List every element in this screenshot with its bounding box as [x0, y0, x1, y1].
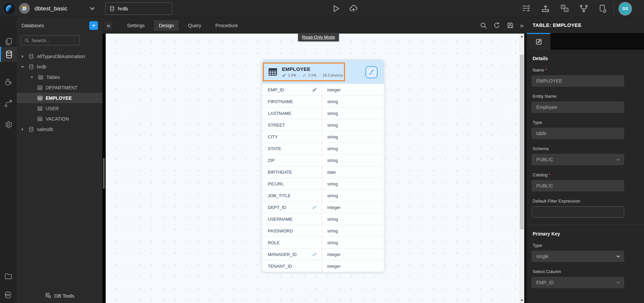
sidebar-scrollbar-thumb[interactable] [103, 158, 105, 189]
caret-right-icon[interactable] [19, 126, 26, 132]
column-row-lastname[interactable]: LASTNAMEstring [262, 107, 384, 119]
db-tools-button[interactable]: DB Tools [17, 291, 102, 301]
svg-text:A: A [562, 5, 564, 8]
caret-down-icon[interactable] [19, 64, 26, 70]
search-icon[interactable] [480, 21, 487, 29]
save-icon[interactable] [506, 21, 514, 29]
sidebar-search[interactable] [21, 35, 80, 45]
column-row-state[interactable]: STATEstring [262, 142, 384, 154]
column-name: TENANT_ID [262, 260, 322, 272]
table-card-titles: EMPLOYEE 1 PK · 2 FK · 16 Columns [282, 66, 343, 78]
design-canvas[interactable]: Read-Only Mode EMPLOYEE 1 PK · [106, 34, 519, 303]
field-catalog: Catalog*PUBLIC [532, 172, 644, 191]
caret-down-icon[interactable] [29, 74, 35, 80]
column-row-emp_id[interactable]: EMP_IDinteger [262, 84, 384, 95]
project-avatar-icon[interactable] [19, 3, 30, 14]
employee-table-card[interactable]: EMPLOYEE 1 PK · 2 FK · 16 Columns [262, 59, 384, 272]
add-relationship-button[interactable] [365, 66, 378, 78]
column-row-picurl[interactable]: PICURLstring [262, 178, 384, 189]
columns-summary: 16 Columns [323, 73, 343, 77]
field-input[interactable]: PUBLIC [532, 180, 624, 191]
project-name[interactable]: dbtest_basic [35, 0, 67, 17]
column-row-manager_id[interactable]: MANAGER_IDinteger [262, 248, 384, 260]
scroll-up-arrow[interactable] [519, 34, 524, 39]
column-name: PICURL [262, 178, 322, 189]
expand-panel-icon[interactable]: » [520, 22, 524, 29]
column-row-zip[interactable]: ZIPstring [262, 154, 384, 166]
scroll-down-arrow[interactable] [519, 298, 524, 303]
rail-item-databases[interactable] [0, 47, 17, 62]
rail-item-logs[interactable]: LOG [0, 287, 17, 302]
caret-right-icon[interactable] [19, 53, 26, 59]
field-select[interactable]: single [532, 251, 624, 262]
add-database-button[interactable]: + [89, 21, 98, 30]
column-row-dept_id[interactable]: DEPT_IDinteger [262, 201, 384, 213]
collapse-sidebar-icon[interactable]: « [105, 21, 112, 30]
column-row-role[interactable]: ROLEstring [262, 236, 384, 248]
tab-query[interactable]: Query [183, 20, 206, 31]
column-row-firstname[interactable]: FIRSTNAMEstring [262, 95, 384, 107]
rail-item-settings[interactable] [0, 117, 17, 132]
column-row-street[interactable]: STREETstring [262, 119, 384, 131]
search-input[interactable] [32, 38, 72, 43]
tree-item-salesdb[interactable]: salesdb [17, 124, 102, 134]
tree-item-label: Tables [46, 75, 60, 80]
field-select-column: Select ColumnEMP_ID [532, 269, 644, 288]
tab-edit-table[interactable] [527, 33, 550, 50]
publish-icon[interactable] [541, 4, 550, 13]
refresh-icon[interactable] [493, 21, 501, 29]
database-icon [5, 50, 13, 59]
sync-doc-icon[interactable] [598, 4, 607, 13]
column-row-tenant_id[interactable]: TENANT_IDinteger [262, 260, 384, 272]
tree-item-department[interactable]: DEPARTMENT [17, 82, 102, 93]
column-row-birthdate[interactable]: BIRTHDATEdate [262, 166, 384, 178]
tree-item-vacation[interactable]: VACATION [17, 114, 102, 124]
tree-item-employee[interactable]: EMPLOYEE [17, 93, 102, 103]
field-label: Default Filter Expression [533, 199, 644, 204]
field-select[interactable]: EMP_ID [532, 277, 624, 288]
field-input[interactable] [532, 206, 624, 218]
field-name: Name*EMPLOYEE [532, 68, 644, 87]
tab-settings[interactable]: Settings [122, 20, 149, 31]
task-list-icon[interactable] [522, 4, 531, 13]
tree-item-tables[interactable]: Tables [17, 72, 102, 82]
translate-icon[interactable]: Aa [560, 4, 569, 13]
inspector-title: TABLE: EMPLOYEE [527, 17, 644, 33]
column-type: string [322, 143, 384, 154]
tree-item-user[interactable]: USER [17, 103, 102, 114]
column-row-password[interactable]: PASSWORDstring [262, 225, 384, 236]
database-tab-hrdb[interactable]: hrdb [105, 2, 172, 15]
field-label: Catalog* [533, 172, 644, 177]
field-select[interactable]: PUBLIC [532, 154, 624, 165]
user-avatar[interactable]: SS [619, 3, 631, 15]
chevron-down-icon[interactable] [89, 5, 96, 12]
field-label: Type [533, 243, 644, 248]
table-card-header[interactable]: EMPLOYEE 1 PK · 2 FK · 16 Columns [262, 60, 384, 84]
column-row-job_title[interactable]: JOB_TITLEstring [262, 189, 384, 201]
run-button[interactable] [331, 4, 340, 13]
tree-item-hrdb[interactable]: hrdb [17, 61, 102, 72]
tree-item-alltypesdbautomation[interactable]: AllTypesDBAutomation [17, 51, 102, 61]
column-row-username[interactable]: USERNAMEstring [262, 213, 384, 225]
rail-item-services[interactable] [0, 75, 17, 90]
canvas-scrollbar-thumb[interactable] [520, 55, 524, 229]
table-grid-icon [37, 95, 43, 101]
fork-icon[interactable] [579, 4, 588, 13]
tab-design[interactable]: Design [154, 20, 179, 31]
topbar-actions: Aa SS [512, 0, 644, 17]
gear-icon [4, 120, 13, 129]
editor-tools: » [480, 21, 527, 29]
column-name: FIRSTNAME [262, 96, 322, 107]
field-input[interactable]: table [532, 128, 624, 139]
rail-item-integrations[interactable] [0, 96, 17, 111]
tab-procedure[interactable]: Procedure [211, 20, 243, 31]
field-label: Entity Name [533, 94, 644, 99]
column-name: MANAGER_ID [262, 249, 322, 260]
field-input[interactable]: Employee [532, 101, 624, 113]
coffee-icon [4, 78, 13, 87]
field-input[interactable]: EMPLOYEE [532, 75, 624, 87]
rail-item-files[interactable] [0, 268, 17, 284]
svg-text:LOG: LOG [6, 294, 9, 296]
column-row-city[interactable]: CITYstring [262, 131, 384, 142]
cloud-deploy-button[interactable] [349, 4, 358, 13]
